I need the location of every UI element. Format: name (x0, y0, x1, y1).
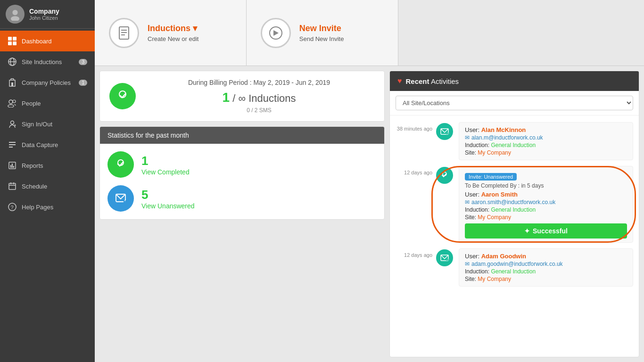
top-actions-spacer (398, 0, 644, 66)
successful-button[interactable]: ✦ Successful (465, 223, 627, 239)
sidebar-item-label: Dashboard (22, 38, 52, 45)
recent-title-rest: Activities (431, 77, 459, 85)
activity-item-3: 12 days ago ! (390, 246, 639, 289)
billing-symbol: / ∞ (232, 92, 246, 104)
left-panel: During Billing Period : May 2, 2019 - Ju… (99, 71, 385, 357)
billing-count: 1 (222, 90, 230, 105)
main-content: Inductions ▾ Create New or edit New Invi… (95, 0, 644, 362)
email-address-2: aaron.smith@inductforwork.co.uk (471, 199, 555, 206)
site-filter-container: All Site/Locations (390, 91, 639, 115)
stat-unanswered-label[interactable]: View Unanswered (141, 202, 195, 210)
svg-point-18 (11, 121, 14, 124)
site-name-1: My Company (478, 149, 511, 156)
sidebar-item-label: Sign In/Out (22, 121, 52, 128)
stat-unanswered-row: 5 View Unanswered (107, 185, 377, 212)
sidebar-item-schedule[interactable]: Schedule (0, 176, 95, 197)
time-ago-3: 12 days ago (404, 252, 432, 258)
new-invite-title: New Invite (299, 24, 344, 33)
activity-item-2-wrapper: 12 days ago (390, 163, 639, 246)
sidebar-item-people[interactable]: People (0, 93, 95, 114)
sidebar-item-label: Company Policies (22, 79, 71, 86)
site-name-2: My Company (478, 214, 511, 221)
site-line-1: Site: My Company (465, 149, 627, 156)
badge-company-policies: 1 (79, 80, 87, 86)
inductions-icon-circle (109, 18, 139, 48)
sidebar-company-name: Company (29, 8, 59, 15)
data-icon (8, 140, 17, 149)
activities-list: 38 minutes ago ! (390, 115, 639, 357)
signin-icon (8, 119, 17, 129)
time-col-3: 12 days ago (394, 248, 436, 258)
avatar (6, 5, 25, 24)
activity-item-2: 12 days ago (390, 163, 639, 246)
activity-icon-3: ! (436, 249, 453, 266)
svg-rect-6 (13, 41, 17, 45)
sidebar-item-sign-in-out[interactable]: Sign In/Out (0, 114, 95, 134)
site-line-3: Site: My Company (465, 276, 627, 282)
sidebar: Company John Citizen Dashboard (0, 0, 95, 362)
user-name-2: Aaron Smith (481, 191, 518, 198)
sidebar-item-help-pages[interactable]: ? Help Pages (0, 197, 95, 217)
recent-activities-header: ♥ Recent Activities (390, 71, 639, 91)
icon-col-3: ! (436, 248, 455, 266)
inductions-card[interactable]: Inductions ▾ Create New or edit (95, 0, 247, 66)
sidebar-item-label: Reports (22, 162, 43, 169)
reports-icon (8, 161, 17, 170)
induction-name-3: General Induction (491, 268, 536, 275)
inductions-title: Inductions ▾ (148, 23, 198, 33)
billing-period: During Billing Period : May 2, 2019 - Ju… (143, 79, 375, 86)
site-filter-select[interactable]: All Site/Locations (396, 96, 633, 110)
globe-icon (8, 57, 17, 66)
time-col-2: 12 days ago (394, 166, 436, 175)
stats-card: Statistics for the past month 1 View Com… (99, 126, 385, 220)
sidebar-item-data-capture[interactable]: Data Capture (0, 134, 95, 155)
badge-site-inductions: 3 (79, 59, 87, 65)
svg-rect-3 (8, 37, 12, 41)
svg-marker-37 (273, 30, 279, 36)
activity-item-1: 38 minutes ago ! (390, 119, 639, 163)
sidebar-item-site-inductions[interactable]: Site Inductions 3 (0, 51, 95, 72)
stat-unanswered-icon (107, 185, 134, 212)
recent-title-bold: Recent (406, 77, 429, 85)
email-address-1: alan.m@inductforwork.co.uk (471, 134, 543, 141)
icon-col-1: ! (436, 122, 455, 140)
activity-detail-3: User: Adam Goodwin ✉ adam.goodwin@induct… (459, 248, 633, 287)
icon-col-2 (436, 166, 455, 184)
sidebar-item-label: Site Inductions (22, 58, 62, 66)
recent-title: Recent Activities (406, 77, 459, 85)
billing-inductions: 1 / ∞ Inductions (143, 90, 375, 105)
new-invite-card[interactable]: New Invite Send New Invite (247, 0, 398, 66)
activity-icon-1: ! (436, 123, 453, 140)
user-line-3: User: Adam Goodwin (465, 253, 627, 260)
email-address-3: adam.goodwin@inductforwork.co.uk (471, 261, 563, 267)
sidebar-header: Company John Citizen (0, 0, 95, 29)
svg-rect-5 (8, 41, 12, 45)
invite-badge-wrapper: Invite: Unanswered (465, 170, 627, 181)
activity-content-1: User: Alan McKinnon ✉ alan.m@inductforwo… (455, 122, 633, 160)
billing-sms: 0 / 2 SMS (143, 107, 375, 114)
stat-completed-label[interactable]: View Completed (141, 168, 190, 176)
sidebar-item-dashboard[interactable]: Dashboard (0, 31, 95, 51)
building-icon (8, 78, 17, 87)
billing-icon (109, 83, 136, 109)
activity-content-3: User: Adam Goodwin ✉ adam.goodwin@induct… (455, 248, 633, 287)
svg-rect-23 (10, 165, 11, 168)
site-line-2: Site: My Company (465, 214, 627, 221)
sidebar-item-label: Schedule (22, 183, 47, 190)
email-line-2: ✉ aaron.smith@inductforwork.co.uk (465, 199, 627, 206)
inductions-text: Inductions ▾ Create New or edit (148, 23, 198, 42)
successful-label: Successful (533, 227, 568, 235)
user-name-3: Adam Goodwin (481, 253, 526, 260)
sidebar-item-reports[interactable]: Reports (0, 155, 95, 176)
email-icon-3: ✉ (465, 261, 470, 267)
sidebar-item-company-policies[interactable]: Company Policies 1 (0, 72, 95, 93)
induction-name-2: General Induction (491, 206, 536, 213)
time-ago-1: 38 minutes ago (397, 126, 432, 132)
svg-rect-25 (13, 166, 14, 168)
help-icon: ? (8, 202, 17, 212)
svg-point-1 (12, 10, 17, 15)
stat-unanswered-number: 5 (141, 188, 195, 202)
sidebar-nav: Dashboard Site Inductions 3 (0, 29, 95, 362)
billing-details: During Billing Period : May 2, 2019 - Ju… (143, 79, 375, 114)
stat-completed-info: 1 View Completed (141, 154, 190, 176)
